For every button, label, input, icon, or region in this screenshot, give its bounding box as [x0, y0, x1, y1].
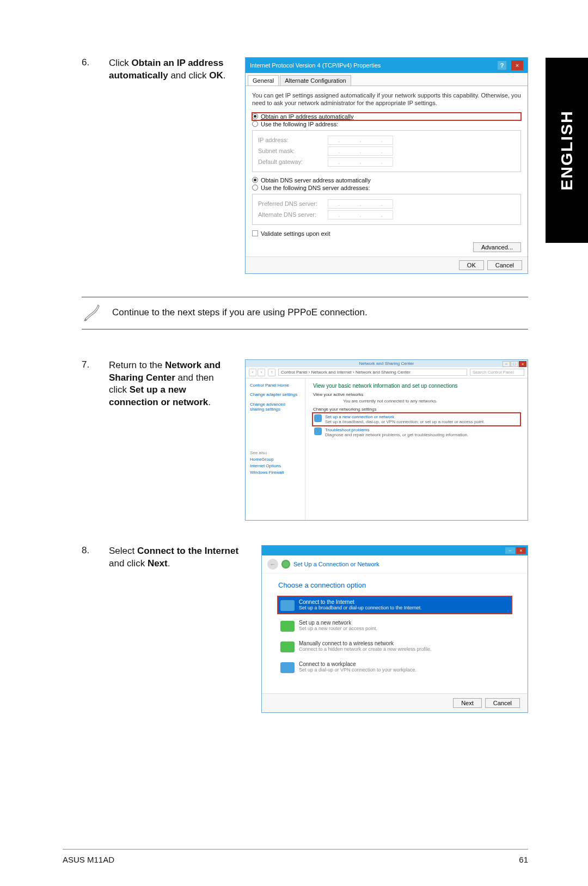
page: document.currentScript.previousElementSi… — [0, 0, 588, 746]
figure-connection-wizard: − × ← Set Up a Connection or Network Cho… — [261, 545, 528, 713]
minimize-button[interactable]: − — [505, 547, 515, 554]
wizard-titlebar: − × — [262, 546, 528, 555]
cancel-button[interactable]: Cancel — [487, 260, 522, 270]
step-8-number: 8. — [82, 545, 98, 556]
wizard-option-workplace[interactable]: Connect to a workplaceSet up a dial-up o… — [278, 659, 511, 675]
figure-ipv4-properties: Internet Protocol Version 4 (TCP/IPv4) P… — [245, 57, 528, 274]
sidebar-adapter[interactable]: Change adapter settings — [250, 392, 301, 398]
ipv4-title: Internet Protocol Version 4 (TCP/IPv4) P… — [250, 62, 381, 69]
advanced-button[interactable]: Advanced... — [473, 242, 521, 252]
input-gateway[interactable]: ... — [328, 157, 393, 167]
help-button[interactable]: ? — [497, 60, 507, 70]
minimize-button[interactable]: − — [503, 361, 510, 367]
troubleshoot-icon — [314, 427, 322, 435]
globe-icon — [314, 414, 322, 422]
radio-icon — [252, 121, 258, 127]
wizard-option-internet[interactable]: Connect to the InternetSet up a broadban… — [278, 597, 511, 613]
step-7: 7. Return to the Network and Sharing Cen… — [82, 359, 528, 521]
tab-general[interactable]: General — [248, 75, 279, 85]
close-button[interactable]: × — [519, 361, 526, 367]
nsc-titlebar: Network and Sharing Center − □ × — [246, 360, 528, 367]
note-icon — [82, 303, 101, 322]
next-button[interactable]: Next — [453, 698, 482, 708]
checkbox-validate[interactable]: Validate settings upon exit — [252, 229, 521, 238]
radio-icon — [252, 177, 258, 183]
checkbox-icon — [252, 230, 258, 236]
radio-obtain-ip[interactable]: Obtain an IP address automatically — [252, 113, 521, 120]
forward-button[interactable]: › — [258, 369, 265, 376]
label-ip: IP address: — [258, 137, 323, 143]
step-6: 6. Click Obtain an IP address automatica… — [82, 57, 528, 274]
ipv4-window: Internet Protocol Version 4 (TCP/IPv4) P… — [245, 57, 528, 274]
ipv4-titlebar: Internet Protocol Version 4 (TCP/IPv4) P… — [246, 58, 528, 73]
back-button[interactable]: ← — [267, 559, 278, 570]
sidebar-sharing[interactable]: Change advanced sharing settings — [250, 402, 301, 412]
step-7-text: Return to the Network and Sharing Center… — [109, 359, 234, 410]
cancel-button[interactable]: Cancel — [485, 698, 520, 708]
radio-use-ip[interactable]: Use the following IP address: — [252, 120, 521, 128]
ipv4-intro: You can get IP settings assigned automat… — [252, 91, 521, 107]
ok-button[interactable]: OK — [459, 260, 484, 270]
back-button[interactable]: ‹ — [249, 369, 256, 376]
dns-fieldset: Preferred DNS server:... Alternate DNS s… — [252, 194, 521, 225]
search-input[interactable]: Search Control Panel — [470, 369, 524, 376]
label-gw: Default gateway: — [258, 158, 323, 165]
nsc-window: Network and Sharing Center − □ × ‹› ↑ Co… — [245, 359, 528, 521]
input-pdns[interactable]: ... — [328, 199, 393, 209]
up-button[interactable]: ↑ — [268, 369, 275, 376]
step-8-text: Select Connect to the Internet and click… — [109, 545, 250, 570]
footer-model: ASUS M11AD — [63, 855, 114, 864]
wizard-option-wireless[interactable]: Manually connect to a wireless networkCo… — [278, 638, 511, 655]
wizard-header: ← Set Up a Connection or Network — [262, 555, 528, 573]
sidebar-home[interactable]: Control Panel Home — [250, 383, 301, 388]
step-7-number: 7. — [82, 359, 98, 370]
see-also-firewall[interactable]: Windows Firewall — [250, 470, 301, 475]
step-6-text: Click Obtain an IP address automatically… — [109, 57, 234, 82]
ip-fieldset: IP address:... Subnet mask:... Default g… — [252, 130, 521, 172]
network-icon — [280, 621, 295, 632]
step-6-number: 6. — [82, 57, 98, 68]
nsc-content: View your basic network information and … — [305, 378, 528, 520]
wizard-option-new-network[interactable]: Set up a new networkSet up a new router … — [278, 618, 511, 634]
workplace-icon — [280, 662, 295, 673]
step-8: 8. Select Connect to the Internet and cl… — [82, 545, 528, 713]
note-block: Continue to the next steps if you are us… — [82, 297, 528, 329]
see-also-homegroup[interactable]: HomeGroup — [250, 457, 301, 462]
see-also-label: See also — [250, 450, 301, 455]
radio-icon — [252, 113, 258, 119]
footer-page-number: 61 — [519, 855, 528, 864]
label-adns: Alternate DNS server: — [258, 211, 323, 218]
page-footer: ASUS M11AD 61 — [63, 849, 528, 864]
close-button[interactable]: × — [516, 547, 526, 554]
radio-obtain-dns[interactable]: Obtain DNS server address automatically — [252, 176, 521, 184]
see-also-internet-options[interactable]: Internet Options — [250, 463, 301, 468]
globe-icon — [281, 560, 290, 569]
figure-network-sharing-center: Network and Sharing Center − □ × ‹› ↑ Co… — [245, 359, 528, 521]
breadcrumb[interactable]: Control Panel › Network and Internet › N… — [278, 369, 467, 376]
wizard-window: − × ← Set Up a Connection or Network Cho… — [261, 545, 528, 713]
wizard-question: Choose a connection option — [278, 581, 511, 589]
input-mask[interactable]: ... — [328, 146, 393, 156]
wireless-icon — [280, 641, 295, 652]
nsc-sidebar: Control Panel Home Change adapter settin… — [246, 378, 305, 520]
nsc-address-bar: ‹› ↑ Control Panel › Network and Interne… — [246, 367, 528, 378]
ipv4-tabs: General Alternate Configuration — [246, 73, 528, 86]
nsc-option-setup-connection[interactable]: Set up a new connection or networkSet up… — [313, 413, 520, 425]
nsc-option-troubleshoot[interactable]: Troubleshoot problemsDiagnose and repair… — [313, 426, 520, 438]
input-adns[interactable]: ... — [328, 210, 393, 219]
radio-use-dns[interactable]: Use the following DNS server addresses: — [252, 184, 521, 192]
wizard-title: Set Up a Connection or Network — [293, 561, 379, 567]
input-ip[interactable]: ... — [328, 136, 393, 145]
label-pdns: Preferred DNS server: — [258, 200, 323, 207]
nsc-view-active: View your active networks — [313, 392, 520, 397]
nsc-not-connected: You are currently not connected to any n… — [313, 399, 520, 404]
internet-icon — [280, 600, 295, 611]
label-mask: Subnet mask: — [258, 148, 323, 154]
radio-icon — [252, 185, 258, 191]
tab-alternate[interactable]: Alternate Configuration — [280, 75, 351, 85]
maximize-button[interactable]: □ — [511, 361, 518, 367]
note-text: Continue to the next steps if you are us… — [112, 307, 367, 318]
close-button[interactable]: × — [511, 60, 523, 70]
nsc-change-settings: Change your networking settings — [313, 407, 520, 412]
nsc-heading: View your basic network information and … — [313, 383, 520, 389]
